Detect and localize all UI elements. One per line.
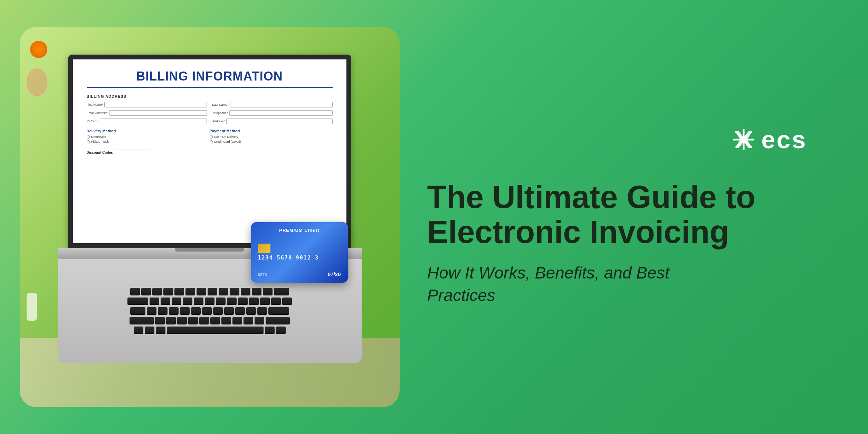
address-input[interactable]: [226, 119, 332, 124]
key: [177, 317, 187, 324]
key: [263, 288, 273, 295]
key-shift-l: [130, 317, 154, 324]
key: [147, 307, 156, 315]
billing-form-title: BILLING INFORMATION: [87, 69, 333, 88]
white-object-decor: [27, 293, 37, 321]
key: [271, 298, 281, 305]
sub-heading: How It Works, Benefits, and Best Practic…: [427, 262, 738, 307]
key: [174, 288, 184, 295]
key-row-5: [134, 327, 286, 334]
telephone-field: Telephone*: [212, 110, 333, 116]
laptop-screen: BILLING INFORMATION BILLING ADDRESS Firs…: [68, 55, 351, 248]
delivery-motorcycle-option[interactable]: Motorcycle: [87, 135, 210, 139]
cod-radio[interactable]: [210, 135, 213, 139]
key-tab: [127, 298, 148, 305]
credit-radio[interactable]: [210, 140, 213, 143]
key-space: [167, 327, 264, 334]
billing-address-label: BILLING ADDRESS: [87, 94, 333, 98]
key: [213, 307, 223, 315]
key: [208, 288, 217, 295]
delivery-payment-row: Delivery Method Motorcycle Pickup Truck: [87, 129, 333, 145]
logo-text: ecs: [761, 127, 807, 152]
main-heading: The Ultimate Guide to Electronic Invoici…: [427, 180, 807, 249]
left-panel: BILLING INFORMATION BILLING ADDRESS Firs…: [20, 27, 400, 407]
card-chip: [258, 244, 270, 253]
payment-cod-option[interactable]: Cash On Delivery: [210, 135, 333, 139]
card-number: 1234 5678 9012 3: [258, 255, 341, 261]
key: [152, 288, 162, 295]
pickup-label: Pickup Truck: [91, 140, 109, 143]
key: [257, 307, 267, 315]
discount-input[interactable]: [116, 150, 150, 155]
key: [202, 307, 212, 315]
credit-card: PREMIUM Credit 1234 5678 9012 3 8876 07/…: [251, 222, 348, 283]
telephone-input[interactable]: [229, 110, 333, 116]
key: [197, 288, 206, 295]
key: [230, 288, 239, 295]
key-wide: [274, 288, 289, 295]
payment-credit-option[interactable]: Credit Card (saved): [210, 140, 333, 143]
key: [255, 317, 264, 324]
key: [169, 307, 179, 315]
key-option: [276, 327, 286, 334]
key: [161, 298, 170, 305]
last-name-label: Last Name*: [212, 103, 229, 106]
card-code: 8876: [258, 273, 267, 277]
key: [260, 298, 270, 305]
orange-fruit-decor: [30, 41, 47, 58]
key-row-4: [130, 317, 290, 324]
key: [282, 298, 292, 305]
laptop-hinge: [175, 248, 244, 252]
key: [232, 317, 242, 324]
address-label: Address*: [212, 120, 225, 123]
first-name-label: First Name*: [87, 103, 103, 106]
ecs-logo-icon: [732, 128, 756, 152]
key: [188, 317, 198, 324]
payment-section: Payment Method Cash On Delivery Credit C…: [210, 129, 333, 145]
key: [244, 317, 253, 324]
id-card-input[interactable]: [100, 119, 207, 124]
payment-method-label: Payment Method: [210, 129, 333, 133]
first-name-field: First Name*: [87, 102, 207, 107]
key: [150, 298, 159, 305]
key-ctrl: [145, 327, 154, 334]
card-expiry: 07/20: [328, 271, 341, 277]
billing-form: BILLING INFORMATION BILLING ADDRESS Firs…: [73, 59, 346, 243]
discount-label: Discount Codes: [87, 151, 113, 154]
key: [216, 298, 226, 305]
card-bottom: 8876 07/20: [258, 271, 341, 277]
email-label: Email Address*: [87, 111, 108, 115]
key-fn: [134, 327, 143, 334]
motorcycle-radio[interactable]: [87, 135, 90, 139]
key-row-3: [130, 307, 289, 315]
key: [163, 288, 173, 295]
key: [172, 298, 181, 305]
telephone-label: Telephone*: [212, 111, 228, 115]
id-card-label: ID Card*: [87, 120, 99, 123]
key-shift-r: [266, 317, 290, 324]
credit-label: Credit Card (saved): [214, 140, 241, 143]
address-field: Address*: [212, 119, 333, 124]
card-title: PREMIUM Credit: [258, 228, 341, 233]
motorcycle-label: Motorcycle: [91, 135, 106, 139]
key: [191, 307, 201, 315]
key: [194, 298, 203, 305]
key: [221, 317, 231, 324]
key: [227, 298, 237, 305]
last-name-input[interactable]: [230, 102, 333, 107]
key: [183, 298, 192, 305]
key: [235, 307, 245, 315]
card-chip-area: 1234 5678 9012 3: [258, 244, 341, 261]
form-row-1: First Name* Last Name*: [87, 102, 333, 107]
email-input[interactable]: [109, 110, 207, 116]
pickup-radio[interactable]: [87, 140, 90, 143]
email-field: Email Address*: [87, 110, 207, 116]
key: [241, 288, 250, 295]
key-alt: [156, 327, 165, 334]
key: [141, 288, 151, 295]
delivery-pickup-option[interactable]: Pickup Truck: [87, 140, 210, 143]
key-row-1: [130, 288, 289, 295]
first-name-input[interactable]: [104, 102, 207, 107]
laptop-container: BILLING INFORMATION BILLING ADDRESS Firs…: [44, 48, 375, 386]
key: [249, 298, 259, 305]
